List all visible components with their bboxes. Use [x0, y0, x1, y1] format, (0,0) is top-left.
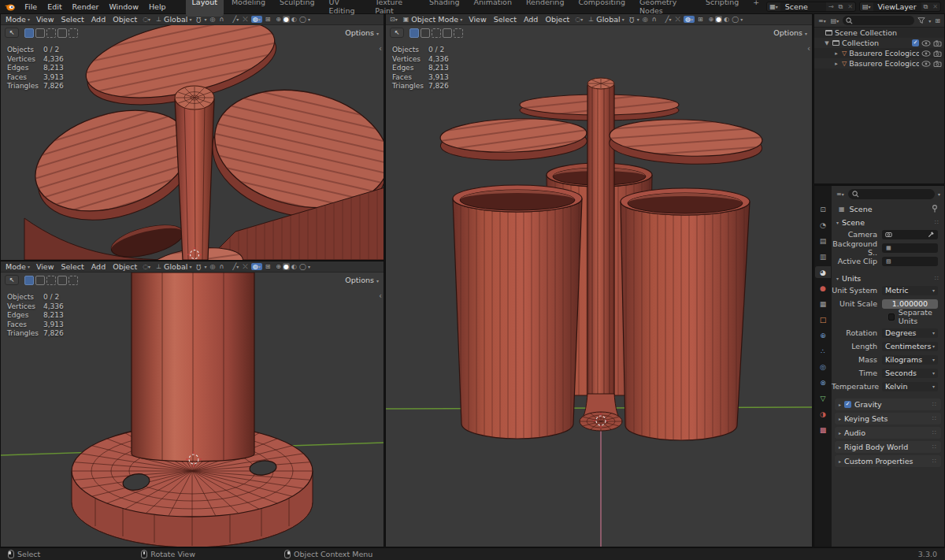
pin-icon[interactable] — [932, 205, 938, 213]
select-mode-set-button[interactable] — [410, 28, 419, 38]
hide-eye-icon[interactable] — [921, 50, 931, 57]
temperature-dropdown[interactable]: Kelvin▾ — [882, 382, 938, 391]
outliner-row-object[interactable]: ▸ ▽ Basurero Ecologico Bri — [814, 58, 944, 69]
add-workspace-button[interactable]: + — [747, 0, 765, 17]
object-menu[interactable]: Object — [110, 262, 139, 271]
proportional-editing-icon[interactable]: ◎ — [209, 16, 217, 23]
gravity-checkbox[interactable]: ✓ — [844, 401, 851, 408]
select-mode-subtract-button[interactable] — [46, 28, 56, 38]
units-panel-header[interactable]: ▾Units∷ — [832, 272, 944, 284]
object-label[interactable]: Basurero Ecologico Bri — [849, 59, 919, 68]
new-view-layer-button[interactable]: ⧉ — [921, 3, 931, 11]
filter-dropdown-icon[interactable]: ▾ — [938, 191, 940, 197]
shading-rendered-icon[interactable]: ◯ — [298, 16, 307, 23]
tab-view-layer[interactable]: ▥ — [815, 250, 831, 262]
unit-system-dropdown[interactable]: Metric▾ — [882, 286, 938, 295]
workspace-tab-scripting[interactable]: Scripting — [699, 0, 745, 17]
mode-dropdown[interactable]: Mode▾ — [4, 15, 32, 24]
workspace-tab-rendering[interactable]: Rendering — [520, 0, 571, 17]
active-tool-icon[interactable]: ◌▾ — [574, 16, 584, 23]
properties-search-input[interactable] — [848, 189, 935, 199]
unit-scale-slider[interactable]: 1.000000 — [882, 299, 938, 309]
tab-render[interactable]: ◔ — [815, 219, 831, 231]
scene-collection-label[interactable]: Scene Collection — [835, 28, 942, 37]
tab-tool[interactable]: ⊡ — [815, 203, 831, 215]
workspace-tab-modeling[interactable]: Modeling — [225, 0, 272, 17]
transform-orientation-dropdown[interactable]: ⊥Global▾ — [154, 262, 193, 271]
scene-name[interactable]: Scene — [780, 2, 826, 11]
audio-panel-header[interactable]: ▸Audio∷ — [835, 427, 941, 439]
viewport-3d-canvas[interactable]: ↖ Options ▾ ‹ Objects0 / 2 Vertices4,336… — [386, 25, 812, 547]
active-tool-icon[interactable]: ◌▾ — [142, 16, 151, 23]
display-mode-icon[interactable]: ▤▾ — [830, 17, 840, 24]
menu-help[interactable]: Help — [144, 2, 171, 12]
scene-panel-header[interactable]: ▾Scene∷ — [832, 216, 944, 228]
shading-wireframe-icon[interactable]: ⊕ — [708, 16, 715, 23]
outliner-row-collection[interactable]: ▼ Collection ✓ — [814, 38, 944, 48]
disable-render-camera-icon[interactable] — [933, 61, 942, 67]
add-menu[interactable]: Add — [89, 15, 108, 24]
editor-type-icon[interactable]: ≡▾ — [817, 17, 827, 24]
shading-solid-icon[interactable]: ● — [715, 16, 722, 23]
options-dropdown[interactable]: Options ▾ — [773, 28, 807, 37]
add-menu[interactable]: Add — [89, 262, 108, 271]
editor-type-icon[interactable]: ⊡▾ — [389, 16, 398, 23]
outliner-row-scene-collection[interactable]: Scene Collection — [814, 28, 944, 38]
disclosure-icon[interactable]: ▼ — [824, 40, 830, 46]
tab-texture[interactable]: ▩ — [815, 424, 831, 436]
view-object-types-icon[interactable]: ◍▾ — [251, 16, 262, 23]
new-scene-button[interactable]: ⧉ — [836, 3, 846, 11]
camera-field[interactable] — [882, 230, 938, 239]
editor-type-icon[interactable]: ≡▾ — [836, 191, 845, 198]
view-object-types-icon[interactable]: ◍▾ — [251, 263, 262, 270]
shading-solid-icon[interactable]: ● — [283, 263, 290, 270]
select-mode-subtract-button[interactable] — [432, 28, 441, 38]
gizmos-toggle-icon[interactable]: ⊞ — [697, 16, 704, 23]
tab-constraints[interactable]: ⊗ — [815, 376, 831, 388]
select-mode-extend-button[interactable] — [421, 28, 430, 38]
sidebar-collapse-arrow[interactable]: ‹ — [379, 44, 382, 53]
active-tool-icon[interactable]: ◌▾ — [142, 263, 151, 270]
select-mode-intersect-button[interactable] — [69, 28, 78, 38]
workspace-tab-uv-editing[interactable]: UV Editing — [322, 0, 367, 17]
active-clip-field[interactable]: ▧ — [882, 257, 938, 266]
mass-dropdown[interactable]: Kilograms▾ — [882, 355, 938, 365]
shading-material-icon[interactable]: ◐ — [723, 16, 730, 23]
measure-icon[interactable]: ⤬ — [242, 16, 248, 24]
shading-rendered-icon[interactable]: ◯ — [731, 16, 739, 23]
select-mode-subtract-button[interactable] — [46, 276, 56, 285]
sidebar-collapse-arrow[interactable]: ‹ — [807, 44, 810, 53]
proportional-editing-icon[interactable]: ◎ — [209, 263, 217, 270]
workspace-tab-shading[interactable]: Shading — [423, 0, 466, 17]
select-mode-set-button[interactable] — [24, 276, 34, 285]
menu-edit[interactable]: Edit — [43, 2, 66, 12]
outliner-search-input[interactable] — [843, 16, 914, 25]
snap-magnet-icon[interactable]: Ω — [195, 263, 202, 270]
select-mode-invert-button[interactable] — [57, 276, 67, 285]
collection-label[interactable]: Collection — [842, 39, 910, 47]
separate-units-checkbox[interactable] — [888, 313, 895, 321]
view-object-types-icon[interactable]: ◍▾ — [684, 16, 695, 23]
disable-render-camera-icon[interactable] — [933, 50, 942, 57]
select-menu[interactable]: Select — [58, 262, 86, 271]
outliner-row-object[interactable]: ▸ ▽ Basurero Ecologico Bri — [814, 48, 944, 58]
menu-render[interactable]: Render — [68, 2, 104, 12]
tab-modifiers[interactable]: ⊕ — [815, 329, 831, 341]
select-mode-intersect-button[interactable] — [454, 28, 463, 38]
view-layer-name[interactable]: ViewLayer — [873, 2, 921, 11]
disclosure-icon[interactable]: ▸ — [833, 50, 839, 57]
tab-world[interactable]: ● — [815, 282, 831, 294]
snap-magnet-icon[interactable]: Ω — [195, 16, 202, 23]
menu-file[interactable]: File — [20, 2, 42, 12]
view-menu[interactable]: View — [34, 262, 57, 271]
disable-render-camera-icon[interactable] — [933, 40, 942, 46]
time-dropdown[interactable]: Seconds▾ — [882, 369, 938, 378]
tab-scene[interactable]: ◕ — [815, 266, 831, 278]
falloff-curve-icon[interactable]: ∩ — [219, 263, 225, 270]
workspace-tab-sculpting[interactable]: Sculpting — [273, 0, 321, 17]
annotate-icon[interactable]: ╱▾ — [232, 263, 239, 270]
new-collection-button[interactable]: ⊞ — [934, 17, 941, 24]
select-mode-intersect-button[interactable] — [69, 276, 78, 285]
options-dropdown[interactable]: Options ▾ — [345, 276, 379, 284]
scene-selector[interactable]: ▦▾ Scene ⊸ ⧉ ✕ — [766, 2, 856, 12]
